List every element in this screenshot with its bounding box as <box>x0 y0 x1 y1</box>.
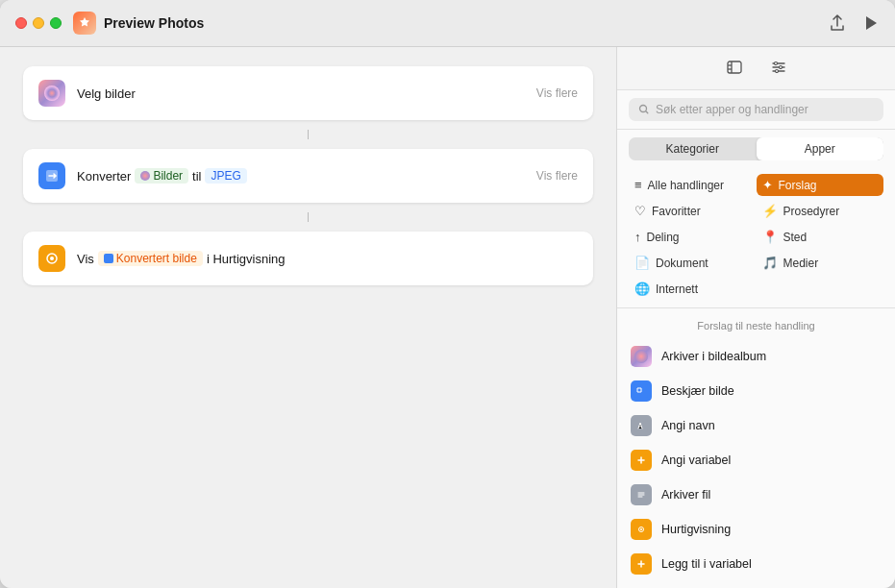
kategorier-btn[interactable]: Kategorier <box>629 137 757 160</box>
right-panel-header <box>617 47 895 90</box>
suggestion-filtrer-bilder[interactable]: Filtrer bilder <box>617 581 895 588</box>
filter-categories: ≡ Alle handlinger ✦ Forslag ♡ Favoritter… <box>617 168 895 308</box>
workflow-step-3[interactable]: Vis Konvertert bilde i Hurtigvisning <box>23 232 593 285</box>
suggestion-beskjaer-bilde[interactable]: Beskjær bilde <box>617 374 895 408</box>
svg-rect-6 <box>728 61 741 73</box>
app-window: Preview Photos <box>0 0 895 588</box>
play-button[interactable] <box>862 13 880 33</box>
step-1-icon <box>38 80 65 107</box>
filter-forslag[interactable]: ✦ Forslag <box>757 174 884 196</box>
filter-internett-label: Internett <box>656 282 698 296</box>
svg-point-0 <box>44 86 60 101</box>
step-3-label-before: Vis <box>77 252 94 266</box>
suggestion-label-4: Arkiver fil <box>661 488 710 502</box>
step-2-label-mid: til <box>192 169 201 184</box>
suggestion-hurtigvisning[interactable]: Hurtigvisning <box>617 512 895 547</box>
step-2-tag2: JPEG <box>205 168 246 184</box>
step-2-vis-more[interactable]: Vis flere <box>521 169 578 183</box>
step-2-tag1: Bilder <box>135 168 188 184</box>
suggestion-arkiver-fil[interactable]: Arkiver fil <box>617 478 895 512</box>
suggestion-icon-5 <box>631 519 652 540</box>
step-3-tag1: Konvertert bilde <box>98 251 203 266</box>
maximize-button[interactable] <box>50 17 62 29</box>
alle-icon: ≡ <box>634 178 642 192</box>
filter-sted-label: Sted <box>783 231 808 244</box>
suggestion-label-3: Angi variabel <box>661 453 731 467</box>
suggestion-icon-6 <box>631 553 652 575</box>
suggestion-icon-2 <box>631 415 652 436</box>
step-1-label: Velg bilder <box>77 86 136 101</box>
svg-point-4 <box>50 257 54 260</box>
right-panel: Kategorier Apper ≡ Alle handlinger ✦ For… <box>616 47 895 588</box>
suggestion-icon-3 <box>631 450 652 471</box>
svg-rect-5 <box>104 254 113 263</box>
main-content: Velg bilder Vis flere Konverter <box>0 47 895 588</box>
step-1-content: Velg bilder <box>77 86 521 101</box>
suggestion-arkiver-bildealbum[interactable]: Arkiver i bildealbum <box>617 339 895 374</box>
suggestion-icon-1 <box>631 380 652 402</box>
forslag-icon: ✦ <box>762 178 773 192</box>
settings-icon-btn[interactable] <box>764 57 793 82</box>
step-3-content: Vis Konvertert bilde i Hurtigvisning <box>77 251 578 266</box>
apper-btn[interactable]: Apper <box>757 137 884 160</box>
suggestion-angi-navn[interactable]: Angi navn <box>617 408 895 443</box>
filter-sted[interactable]: 📍 Sted <box>757 226 884 248</box>
filter-alle-label: Alle handlinger <box>648 179 724 192</box>
search-input[interactable] <box>656 103 874 116</box>
suggestion-label-0: Arkiver i bildealbum <box>661 350 766 363</box>
filter-prosedyrer-label: Prosedyrer <box>783 205 840 218</box>
titlebar-title: Preview Photos <box>104 15 828 31</box>
suggestions-title: Forslag til neste handling <box>617 316 895 339</box>
medier-icon: 🎵 <box>762 256 778 270</box>
svg-point-2 <box>140 171 150 181</box>
suggestion-legg-til-variabel[interactable]: Legg til i variabel <box>617 547 895 581</box>
prosedyrer-icon: ⚡ <box>762 204 778 218</box>
workflow-step-2[interactable]: Konverter Bilder til JPEG Vis flere <box>23 149 593 203</box>
suggestion-label-1: Beskjær bilde <box>661 384 734 398</box>
filter-deling-label: Deling <box>647 231 680 244</box>
dokument-icon: 📄 <box>634 256 650 270</box>
share-button[interactable] <box>828 12 847 34</box>
step-1-vis-more[interactable]: Vis flere <box>521 86 578 100</box>
filter-dokument-label: Dokument <box>656 257 709 270</box>
suggestion-icon-0 <box>631 346 652 367</box>
suggestion-icon-4 <box>631 484 652 505</box>
step-3-label-after: i Hurtigvisning <box>207 252 286 266</box>
svg-point-11 <box>634 350 648 363</box>
connector-1 <box>308 130 309 139</box>
filter-medier[interactable]: 🎵 Medier <box>757 252 884 274</box>
filter-favoritter-label: Favoritter <box>652 205 701 218</box>
workflow-step-1[interactable]: Velg bilder Vis flere <box>23 66 593 120</box>
filter-internett[interactable]: 🌐 Internett <box>629 278 757 300</box>
search-bar <box>617 90 895 130</box>
close-button[interactable] <box>15 17 27 29</box>
filter-deling[interactable]: ↑ Deling <box>629 226 757 248</box>
suggestions-section: Forslag til neste handling Arkiver i bil… <box>617 308 895 588</box>
filter-favoritter[interactable]: ♡ Favoritter <box>629 200 757 222</box>
library-icon-btn[interactable] <box>720 57 749 82</box>
suggestion-label-5: Hurtigvisning <box>661 523 731 536</box>
filter-dokument[interactable]: 📄 Dokument <box>629 252 757 274</box>
traffic-lights <box>15 17 62 29</box>
svg-point-9 <box>775 70 778 73</box>
internett-icon: 🌐 <box>634 282 650 296</box>
minimize-button[interactable] <box>33 17 44 29</box>
svg-point-7 <box>774 62 777 65</box>
filter-prosedyrer[interactable]: ⚡ Prosedyrer <box>757 200 884 222</box>
sted-icon: 📍 <box>762 230 778 244</box>
filter-alle-handlinger[interactable]: ≡ Alle handlinger <box>629 174 757 196</box>
suggestion-angi-variabel[interactable]: Angi variabel <box>617 443 895 478</box>
app-icon <box>73 12 96 35</box>
suggestion-label-6: Legg til i variabel <box>661 557 752 571</box>
step-2-content: Konverter Bilder til JPEG <box>77 168 521 184</box>
workflow-panel: Velg bilder Vis flere Konverter <box>0 47 616 588</box>
category-toggle: Kategorier Apper <box>629 137 883 160</box>
connector-2 <box>308 212 309 222</box>
step-3-icon <box>38 245 65 272</box>
titlebar-actions <box>828 12 880 34</box>
search-icon <box>638 104 650 115</box>
filter-forslag-label: Forslag <box>779 179 817 192</box>
step-2-icon <box>38 162 65 189</box>
favoritter-icon: ♡ <box>634 204 646 218</box>
suggestion-label-2: Angi navn <box>661 419 715 432</box>
